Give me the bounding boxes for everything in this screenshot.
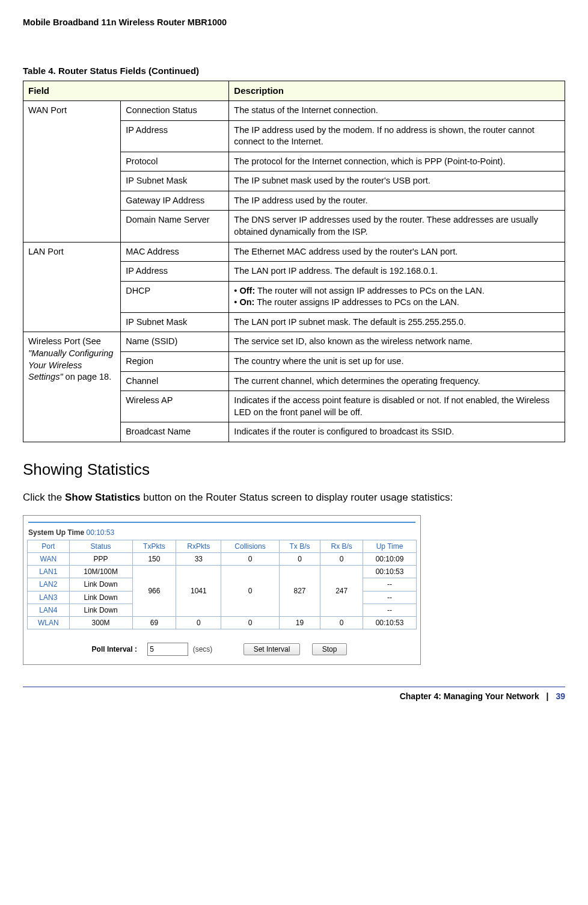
stop-button[interactable]: Stop — [312, 643, 348, 655]
cell-status: Link Down — [69, 591, 132, 604]
wan-proto-sub: Protocol — [121, 152, 229, 171]
wan-mask-desc: The IP subnet mask used by the router's … — [229, 171, 565, 191]
wan-gw-desc: The IP address used by the router. — [229, 191, 565, 211]
cell-rxbs: 0 — [320, 553, 363, 566]
cell-col: 0 — [221, 566, 279, 617]
wifi-bcast-sub: Broadcast Name — [121, 422, 229, 442]
table-caption: Table 4. Router Status Fields (Continued… — [23, 65, 565, 77]
wan-dns-sub: Domain Name Server — [121, 211, 229, 242]
cell-tx: 966 — [132, 566, 176, 617]
poll-interval-input[interactable] — [147, 643, 188, 656]
cell-port: LAN2 — [28, 578, 70, 591]
footer-rule — [23, 687, 565, 687]
wan-conn-sub: Connection Status — [121, 101, 229, 121]
cell-up: -- — [363, 591, 417, 604]
cell-col: 0 — [221, 553, 279, 566]
cell-tx: 69 — [132, 616, 176, 629]
wifi-ssid-sub: Name (SSID) — [121, 332, 229, 352]
stats-h-rxbs: Rx B/s — [320, 540, 363, 552]
section-text: Click the Show Statistics button on the … — [23, 490, 565, 505]
statistics-table: Port Status TxPkts RxPkts Collisions Tx … — [27, 540, 417, 629]
stats-h-port: Port — [28, 540, 70, 552]
footer-page: 39 — [556, 691, 565, 701]
doc-header: Mobile Broadband 11n Wireless Router MBR… — [23, 17, 565, 29]
wan-port-group: WAN Port — [23, 101, 121, 242]
table-row: LAN1 10M/100M 966 1041 0 827 247 00:10:5… — [28, 566, 417, 578]
lan-mac-sub: MAC Address — [121, 242, 229, 262]
cell-status: 10M/100M — [69, 566, 132, 578]
panel-divider — [28, 522, 415, 523]
dhcp-on-label: On: — [239, 297, 254, 307]
cell-up: 00:10:53 — [363, 616, 417, 629]
wan-ip-sub: IP Address — [121, 120, 229, 152]
cell-txbs: 0 — [279, 553, 320, 566]
col-field: Field — [23, 81, 229, 100]
cell-port: WLAN — [28, 616, 70, 629]
cell-status: 300M — [69, 616, 132, 629]
wifi-region-desc: The country where the unit is set up for… — [229, 351, 565, 371]
wifi-ap-desc: Indicates if the access point feature is… — [229, 391, 565, 422]
cell-rx: 0 — [176, 616, 221, 629]
cell-status: Link Down — [69, 604, 132, 616]
section-text-pre: Click the — [23, 492, 65, 503]
section-text-bold: Show Statistics — [65, 492, 141, 503]
wan-proto-desc: The protocol for the Internet connection… — [229, 152, 565, 171]
lan-dhcp-sub: DHCP — [121, 281, 229, 312]
wifi-chan-sub: Channel — [121, 371, 229, 391]
cell-rx: 33 — [176, 553, 221, 566]
wifi-port-group: Wireless Port (See "Manually Configuring… — [23, 332, 121, 442]
system-uptime-label: System Up Time — [28, 528, 86, 537]
wifi-chan-desc: The current channel, which determines th… — [229, 371, 565, 391]
wan-conn-desc: The status of the Internet connection. — [229, 101, 565, 121]
system-uptime: System Up Time 00:10:53 — [28, 528, 417, 537]
cell-up: 00:10:53 — [363, 566, 417, 578]
footer-chapter: Chapter 4: Managing Your Network — [400, 691, 539, 701]
cell-port: LAN1 — [28, 566, 70, 578]
cell-up: -- — [363, 604, 417, 616]
page-footer: Chapter 4: Managing Your Network | 39 — [23, 691, 565, 702]
statistics-panel: System Up Time 00:10:53 Port Status TxPk… — [23, 515, 421, 666]
dhcp-off-text: The router will not assign IP addresses … — [255, 286, 485, 295]
lan-mask-sub: IP Subnet Mask — [121, 312, 229, 332]
cell-up: 00:10:09 — [363, 553, 417, 566]
cell-txbs: 827 — [279, 566, 320, 617]
poll-label: Poll Interval : — [92, 645, 137, 653]
dhcp-off-label: Off: — [239, 286, 255, 295]
poll-row: Poll Interval : (secs) Set Interval Stop — [27, 643, 417, 656]
lan-port-group: LAN Port — [23, 242, 121, 332]
cell-status: PPP — [69, 553, 132, 566]
cell-port: LAN4 — [28, 604, 70, 616]
cell-col: 0 — [221, 616, 279, 629]
router-status-table: Field Description WAN Port Connection St… — [23, 81, 565, 442]
dhcp-on-text: The router assigns IP addresses to PCs o… — [254, 297, 459, 307]
cell-rxbs: 247 — [320, 566, 363, 617]
wifi-bcast-desc: Indicates if the router is configured to… — [229, 422, 565, 442]
cell-rx: 1041 — [176, 566, 221, 617]
lan-mac-desc: The Ethernet MAC address used by the rou… — [229, 242, 565, 262]
cell-up: -- — [363, 578, 417, 591]
lan-dhcp-desc: • Off: The router will not assign IP add… — [229, 281, 565, 312]
system-uptime-value: 00:10:53 — [86, 528, 114, 537]
cell-txbs: 19 — [279, 616, 320, 629]
wan-ip-desc: The IP address used by the modem. If no … — [229, 120, 565, 152]
wifi-region-sub: Region — [121, 351, 229, 371]
table-row: WAN PPP 150 33 0 0 0 00:10:09 — [28, 553, 417, 566]
wan-dns-desc: The DNS server IP addresses used by the … — [229, 211, 565, 242]
cell-tx: 150 — [132, 553, 176, 566]
cell-port: LAN3 — [28, 591, 70, 604]
wan-mask-sub: IP Subnet Mask — [121, 171, 229, 191]
lan-ip-sub: IP Address — [121, 262, 229, 282]
stats-h-tx: TxPkts — [132, 540, 176, 552]
lan-mask-desc: The LAN port IP subnet mask. The default… — [229, 312, 565, 332]
poll-unit: (secs) — [193, 645, 213, 653]
col-description: Description — [229, 81, 565, 100]
wifi-ssid-desc: The service set ID, also known as the wi… — [229, 332, 565, 352]
cell-port: WAN — [28, 553, 70, 566]
stats-h-col: Collisions — [221, 540, 279, 552]
footer-sep: | — [547, 691, 549, 701]
stats-h-up: Up Time — [363, 540, 417, 552]
set-interval-button[interactable]: Set Interval — [243, 643, 301, 655]
section-text-post: button on the Router Status screen to di… — [141, 492, 453, 503]
stats-h-txbs: Tx B/s — [279, 540, 320, 552]
section-heading: Showing Statistics — [23, 459, 565, 480]
